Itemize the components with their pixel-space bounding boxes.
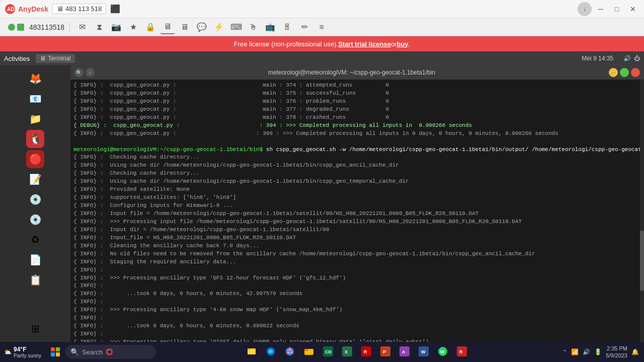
terminal-maximize-btn[interactable]: □ — [620, 68, 629, 77]
toolbar-display-icon[interactable]: 🖥 — [178, 20, 192, 34]
volume-icon[interactable]: 🔊 — [583, 348, 590, 355]
taskbar-edge[interactable] — [262, 342, 280, 362]
notification-icon[interactable]: 🔔 — [631, 348, 639, 355]
terminal-tab-label: Terminal — [48, 55, 70, 62]
buy-link[interactable]: buy — [396, 40, 408, 48]
terminal-menu-btn[interactable]: ≡ — [86, 68, 95, 77]
start-trial-link[interactable]: Start trial license — [338, 40, 391, 48]
battery-icon[interactable]: 🔋 — [594, 348, 602, 355]
clock-date: 5/9/2023 — [606, 352, 627, 359]
taskbar-app12[interactable]: R — [453, 342, 471, 362]
app9-icon: A — [399, 346, 410, 356]
power-icon[interactable]: ⏻ — [634, 55, 640, 62]
toolbar-keyboard-icon[interactable]: ⌨ — [229, 20, 243, 34]
terminal-title: meteorologi@meteorologiVM: ~/cspp-geo-ge… — [95, 69, 609, 76]
terminal-minimize-btn[interactable]: ─ — [609, 68, 618, 77]
search-placeholder: Search — [82, 348, 103, 356]
taskbar-app7[interactable]: R — [357, 342, 375, 362]
dock-software[interactable]: 🔴 — [26, 150, 44, 168]
toolbar-email-icon[interactable]: ✉ — [75, 20, 89, 34]
svg-rect-5 — [56, 352, 60, 356]
taskbar-excel[interactable]: X — [338, 342, 356, 362]
dock-settings[interactable]: 🐧 — [26, 130, 44, 148]
taskbar-app9[interactable]: A — [395, 342, 414, 362]
svg-text:X: X — [345, 349, 348, 354]
dock-grid[interactable]: ⊞ — [26, 320, 44, 338]
weather-widget[interactable]: ⛅ 94°F Partly sunny — [0, 346, 45, 358]
taskbar-whatsapp[interactable]: W — [434, 342, 452, 362]
terminal-content[interactable]: { INFO} : cspp_geo_geocat.py : main : 37… — [70, 80, 640, 342]
weather-desc: Partly sunny — [14, 353, 41, 358]
dock-disc2[interactable]: 💿 — [26, 210, 44, 229]
toolbar-timer-icon[interactable]: ⧗ — [92, 20, 106, 34]
system-tray: ⌃ 📶 🔊 🔋 2:35 PM 5/9/2023 🔔 — [557, 345, 644, 359]
tray-show-icon[interactable]: ⌃ — [562, 349, 567, 355]
terminal-right-controls: ─ □ ✕ — [609, 68, 640, 77]
terminal-scroll-thumb[interactable] — [640, 231, 644, 291]
toolbar-lock-icon[interactable]: 🔒 — [143, 20, 157, 34]
windows-logo-icon — [51, 347, 60, 356]
taskbar-chrome[interactable] — [281, 342, 299, 362]
terminal-close-btn[interactable]: ✕ — [631, 68, 640, 77]
toolbar-mouse-icon[interactable]: 🖱 — [246, 20, 260, 34]
toolbar-monitor-icon[interactable]: 🖥 — [160, 20, 175, 34]
svg-text:W: W — [440, 349, 445, 354]
anydesk-titlebar: AD AnyDesk 🖥 483 113 518 ⬛ ↓ ─ □ ✕ — [0, 0, 644, 18]
anydesk-download-btn[interactable]: ↓ — [578, 2, 592, 16]
dock-clipboard[interactable]: 📋 — [26, 271, 44, 289]
weather-icon: ⛅ — [4, 348, 12, 355]
toolbar-star-icon[interactable]: ★ — [126, 20, 140, 34]
start-button[interactable] — [45, 342, 65, 362]
svg-text:R: R — [364, 349, 367, 354]
window-maximize-btn[interactable]: □ — [610, 3, 624, 15]
screen-share-icon[interactable]: ⬛ — [110, 4, 120, 14]
whatsapp-icon: W — [438, 346, 448, 356]
dock-disc1[interactable]: 💿 — [26, 190, 44, 208]
toolbar-menu-icon[interactable]: ≡ — [314, 20, 329, 34]
svg-rect-14 — [304, 349, 308, 351]
dock-doc[interactable]: 📄 — [26, 251, 44, 269]
terminal-body: { INFO} : cspp_geo_geocat.py : main : 37… — [70, 80, 644, 342]
search-icon: 🔍 — [70, 348, 79, 356]
window-minimize-btn[interactable]: ─ — [594, 3, 608, 15]
anydesk-id-display[interactable]: 🖥 483 113 518 — [52, 4, 106, 14]
weather-info: 94°F Partly sunny — [14, 346, 41, 358]
svg-rect-4 — [51, 352, 55, 356]
weather-temp: 94°F — [14, 346, 41, 353]
toolbar-pen-icon[interactable]: ✏ — [297, 20, 311, 34]
toolbar-screen-icon[interactable]: 📺 — [263, 20, 277, 34]
svg-text:W: W — [421, 349, 426, 354]
status-square — [17, 24, 24, 31]
taskbar-explorer[interactable] — [243, 342, 261, 362]
sound-icon[interactable]: 🔊 — [623, 55, 631, 62]
terminal-scrollbar[interactable] — [640, 80, 644, 342]
license-banner: Free license (non-professional use). Sta… — [0, 36, 644, 51]
terminal-taskbar-item[interactable]: 🖥 Terminal — [36, 54, 74, 63]
taskbar-folder[interactable] — [300, 342, 318, 362]
toolbar-power-icon[interactable]: ⚡ — [212, 20, 226, 34]
svg-rect-2 — [51, 347, 55, 351]
taskbar-powerpoint[interactable]: P — [376, 342, 394, 362]
folder-icon — [304, 346, 314, 356]
app7-icon: R — [361, 346, 371, 356]
dock-files[interactable]: 📁 — [26, 110, 44, 128]
network-icon[interactable]: 📶 — [571, 348, 579, 355]
terminal-search-btn[interactable]: 🔍 — [74, 68, 84, 77]
taskbar-apps: CD X R P A W W R — [156, 342, 557, 362]
toolbar-camera-icon[interactable]: 📷 — [109, 20, 123, 34]
toolbar-chat-icon[interactable]: 💬 — [195, 20, 209, 34]
dock-recycle[interactable]: ♻ — [26, 231, 44, 249]
anydesk-toolbar: 483113518 ✉ ⧗ 📷 ★ 🔒 🖥 🖥 💬 ⚡ ⌨ 🖱 📺 🎚 ✏ ≡ — [0, 18, 644, 36]
dock-email[interactable]: 📧 — [26, 90, 44, 108]
toolbar-slider-icon[interactable]: 🎚 — [280, 20, 294, 34]
taskbar-word[interactable]: W — [415, 342, 433, 362]
system-clock[interactable]: 2:35 PM 5/9/2023 — [606, 345, 627, 359]
app12-icon: R — [457, 346, 467, 356]
activities-button[interactable]: Activities — [4, 55, 30, 62]
dock-firefox[interactable]: 🦊 — [26, 69, 44, 88]
taskbar-coreldraw[interactable]: CD — [319, 342, 337, 362]
window-close-btn[interactable]: ✕ — [626, 3, 640, 15]
dock-texteditor[interactable]: 📝 — [26, 170, 44, 188]
taskbar-search[interactable]: 🔍 Search ⭕ — [65, 345, 156, 359]
anydesk-logo: AD AnyDesk — [4, 3, 48, 15]
